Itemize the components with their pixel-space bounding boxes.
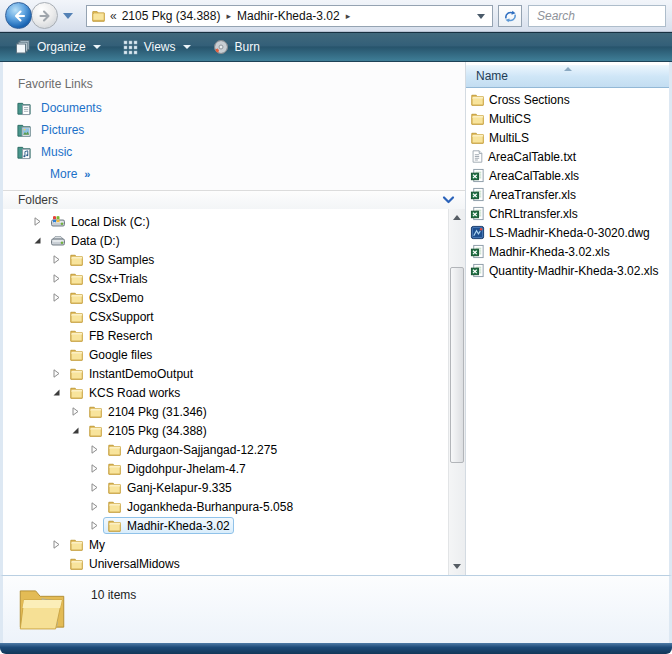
tree-item-body[interactable]: Local Disk (C:) xyxy=(46,213,154,230)
expander-collapsed-icon[interactable] xyxy=(52,250,65,269)
tree-item-google-files[interactable]: Google files xyxy=(3,345,448,364)
file-item-areacaltable-xls[interactable]: AreaCalTable.xls xyxy=(466,166,669,185)
tree-item-data-d[interactable]: Data (D:) xyxy=(3,231,448,250)
refresh-button[interactable] xyxy=(498,5,522,27)
favorite-link-documents[interactable]: Documents xyxy=(3,97,465,119)
tree-item-3d-samples[interactable]: 3D Samples xyxy=(3,250,448,269)
tree-item-body[interactable]: My xyxy=(65,536,109,553)
expander-collapsed-icon[interactable] xyxy=(90,497,103,516)
file-item-areatransfer-xls[interactable]: AreaTransfer.xls xyxy=(466,185,669,204)
file-item-multics[interactable]: MultiCS xyxy=(466,109,669,128)
tree-item-body[interactable]: Madhir-Kheda-3.02 xyxy=(103,517,234,534)
views-button[interactable]: Views xyxy=(112,33,202,61)
tree-item-body[interactable]: CSxDemo xyxy=(65,289,148,306)
breadcrumb-collapsed-chevron[interactable]: « xyxy=(110,9,120,23)
tree-item-csxsupport[interactable]: CSxSupport xyxy=(3,307,448,326)
file-item-ls-madhir-kheda-0-3020-dwg[interactable]: LS-Madhir-Kheda-0-3020.dwg xyxy=(466,223,669,242)
expander-expanded-icon[interactable] xyxy=(52,383,65,402)
tree-item-2104-pkg-31-346[interactable]: 2104 Pkg (31.346) xyxy=(3,402,448,421)
search-input[interactable] xyxy=(529,6,665,26)
file-item-multils[interactable]: MultiLS xyxy=(466,128,669,147)
expander-collapsed-icon[interactable] xyxy=(90,440,103,459)
file-item-madhir-kheda-3-02-xls[interactable]: Madhir-Kheda-3.02.xls xyxy=(466,242,669,261)
breadcrumb-item-madhir-kheda[interactable]: Madhir-Kheda-3.02 xyxy=(235,9,342,23)
organize-dropdown-icon xyxy=(93,45,101,49)
tree-item-body[interactable]: KCS Road works xyxy=(65,384,184,401)
tree-item-body[interactable]: FB Reserch xyxy=(65,327,156,344)
recent-pages-dropdown[interactable] xyxy=(63,13,73,19)
tree-item-adurgaon-sajjangad-12-275[interactable]: Adurgaon-Sajjangad-12.275 xyxy=(3,440,448,459)
expander-collapsed-icon[interactable] xyxy=(71,402,84,421)
tree-item-fb-reserch[interactable]: FB Reserch xyxy=(3,326,448,345)
breadcrumb-separator-icon[interactable]: ▸ xyxy=(342,11,355,21)
expander-collapsed-icon[interactable] xyxy=(90,459,103,478)
tree-item-body[interactable]: UniversalMidows xyxy=(65,555,184,572)
tree-item-label: FB Reserch xyxy=(89,329,152,343)
tree-item-body[interactable]: InstantDemoOutput xyxy=(65,365,197,382)
address-history-dropdown-icon[interactable] xyxy=(477,14,485,19)
address-bar[interactable]: « 2105 Pkg (34.388) ▸ Madhir-Kheda-3.02 … xyxy=(86,5,493,27)
tree-item-body[interactable]: 2105 Pkg (34.388) xyxy=(84,422,211,439)
tree-item-body[interactable]: Google files xyxy=(65,346,156,363)
tree-item-instantdemooutput[interactable]: InstantDemoOutput xyxy=(3,364,448,383)
expander-collapsed-icon[interactable] xyxy=(52,288,65,307)
file-item-label: Cross Sections xyxy=(489,93,570,107)
folder-icon xyxy=(88,424,103,438)
burn-button[interactable]: Burn xyxy=(202,33,271,61)
tree-item-madhir-kheda-3-02[interactable]: Madhir-Kheda-3.02 xyxy=(3,516,448,535)
tree-item-body[interactable]: Jogankheda-Burhanpura-5.058 xyxy=(103,498,297,515)
favorite-link-music[interactable]: Music xyxy=(3,141,465,163)
expander-collapsed-icon[interactable] xyxy=(52,364,65,383)
scroll-up-button[interactable] xyxy=(449,209,465,226)
expander-collapsed-icon[interactable] xyxy=(90,478,103,497)
tree-item-universalmidows[interactable]: UniversalMidows xyxy=(3,554,448,573)
file-item-chrltransfer-xls[interactable]: ChRLtransfer.xls xyxy=(466,204,669,223)
chevron-down-icon[interactable] xyxy=(442,194,455,206)
tree-item-csx-trials[interactable]: CSx+Trials xyxy=(3,269,448,288)
tree-item-body[interactable]: 2104 Pkg (31.346) xyxy=(84,403,211,420)
back-button[interactable] xyxy=(5,2,32,29)
tree-item-body[interactable]: CSx+Trials xyxy=(65,270,152,287)
tree-item-label: KCS Road works xyxy=(89,386,180,400)
folder-tree: Local Disk (C:)Data (D:)3D SamplesCSx+Tr… xyxy=(3,209,448,575)
tree-item-body[interactable]: 3D Samples xyxy=(65,251,158,268)
expander-expanded-icon[interactable] xyxy=(33,231,46,250)
tree-item-2105-pkg-34-388[interactable]: 2105 Pkg (34.388) xyxy=(3,421,448,440)
tree-item-body[interactable]: Digdohpur-Jhelam-4.7 xyxy=(103,460,250,477)
tree-item-body[interactable]: CSxSupport xyxy=(65,308,158,325)
file-item-areacaltable-txt[interactable]: AreaCalTable.txt xyxy=(466,147,669,166)
tree-item-jogankheda-burhanpura-5-058[interactable]: Jogankheda-Burhanpura-5.058 xyxy=(3,497,448,516)
tree-item-ganj-kelapur-9-335[interactable]: Ganj-Kelapur-9.335 xyxy=(3,478,448,497)
tree-item-body[interactable]: Data (D:) xyxy=(46,232,124,249)
file-item-quantity-madhir-kheda-3-02-xls[interactable]: Quantity-Madhir-Kheda-3.02.xls xyxy=(466,261,669,280)
tree-item-body[interactable]: Adurgaon-Sajjangad-12.275 xyxy=(103,441,281,458)
favorite-link-pictures[interactable]: Pictures xyxy=(3,119,465,141)
tree-item-local-disk-c[interactable]: Local Disk (C:) xyxy=(3,212,448,231)
scrollbar-thumb[interactable] xyxy=(450,267,464,463)
forward-button[interactable] xyxy=(31,2,58,29)
large-folder-icon xyxy=(13,580,71,638)
breadcrumb-separator-icon[interactable]: ▸ xyxy=(222,11,235,21)
expander-collapsed-icon[interactable] xyxy=(52,269,65,288)
tree-item-digdohpur-jhelam-4-7[interactable]: Digdohpur-Jhelam-4.7 xyxy=(3,459,448,478)
file-item-cross-sections[interactable]: Cross Sections xyxy=(466,90,669,109)
expander-collapsed-icon[interactable] xyxy=(33,212,46,231)
file-item-label: MultiLS xyxy=(489,131,529,145)
name-column-header[interactable]: Name xyxy=(466,65,669,88)
item-count-status: 10 items xyxy=(91,588,136,602)
tree-item-my[interactable]: My xyxy=(3,535,448,554)
expander-collapsed-icon[interactable] xyxy=(90,516,103,535)
breadcrumb-item-2105-pkg[interactable]: 2105 Pkg (34.388) xyxy=(120,9,223,23)
tree-item-body[interactable]: Ganj-Kelapur-9.335 xyxy=(103,479,236,496)
tree-scrollbar[interactable] xyxy=(448,209,465,575)
organize-button[interactable]: Organize xyxy=(4,33,112,61)
scroll-down-button[interactable] xyxy=(449,558,465,575)
tree-item-csxdemo[interactable]: CSxDemo xyxy=(3,288,448,307)
expander-expanded-icon[interactable] xyxy=(71,421,84,440)
views-label: Views xyxy=(144,40,176,54)
folders-expander-bar[interactable]: Folders xyxy=(3,190,465,209)
tree-item-kcs-road-works[interactable]: KCS Road works xyxy=(3,383,448,402)
expander-collapsed-icon[interactable] xyxy=(52,535,65,554)
favorite-label: Documents xyxy=(41,101,102,115)
favorites-more-link[interactable]: More» xyxy=(3,163,465,185)
